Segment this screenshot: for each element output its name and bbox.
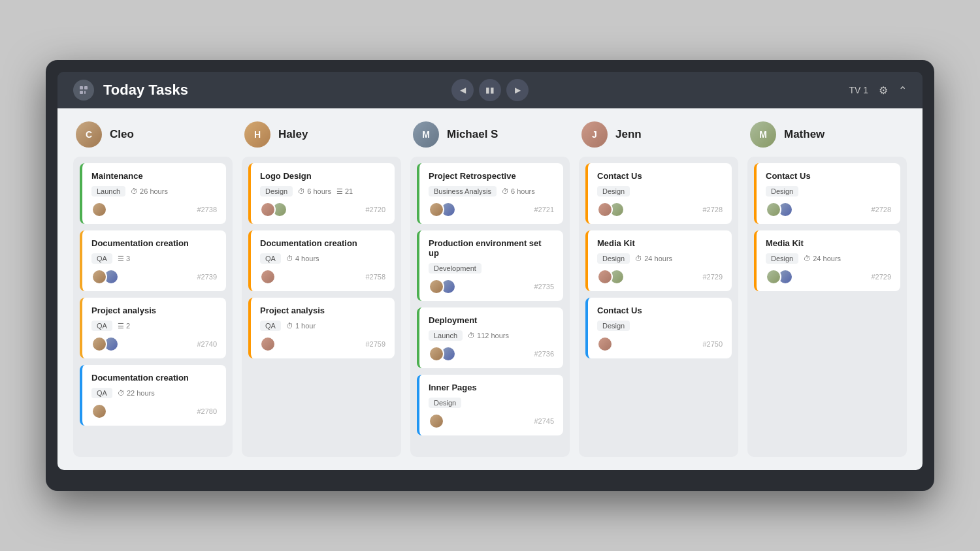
card-footer: #2740	[91, 336, 217, 352]
card-id: #2738	[197, 206, 217, 213]
card-avatars	[429, 413, 440, 429]
mini-avatar	[91, 336, 107, 352]
card-avatars	[260, 336, 272, 352]
card-tag: QA	[91, 253, 112, 264]
card-title: Media Kit	[766, 238, 891, 248]
card-title: Production environment set up	[429, 238, 554, 258]
next-button[interactable]: ▶	[506, 79, 529, 101]
card-title: Documentation creation	[91, 373, 217, 383]
card-title: Contact Us	[597, 171, 723, 181]
card-tag: QA	[91, 321, 112, 331]
column-header-jenn: JJenn	[579, 121, 738, 148]
task-card[interactable]: Documentation creationQA☰ 3#2739	[80, 230, 226, 291]
mini-avatar	[429, 279, 444, 294]
card-tag: Design	[766, 253, 798, 264]
mini-avatar	[597, 336, 613, 352]
task-card[interactable]: Contact UsDesign#2750	[585, 298, 732, 358]
card-footer: #2780	[91, 403, 217, 419]
mini-avatar	[260, 269, 276, 285]
card-avatars	[429, 346, 452, 362]
card-footer: #2738	[91, 202, 217, 217]
task-card[interactable]: Project analysisQA☰ 2#2740	[80, 298, 226, 358]
task-card[interactable]: Logo DesignDesign⏱ 6 hours☰ 21#2720	[248, 163, 395, 224]
card-tag: Business Analysis	[429, 186, 497, 197]
column-michael: MMichael SProject RetrospectiveBusiness …	[410, 121, 570, 457]
mini-avatar	[91, 202, 107, 217]
card-meta: Design	[597, 321, 723, 331]
card-footer: #2728	[766, 202, 891, 217]
task-card[interactable]: Documentation creationQA⏱ 22 hours#2780	[80, 365, 226, 426]
task-card[interactable]: DeploymentLaunch⏱ 112 hours#2736	[417, 307, 563, 368]
avatar-jenn: J	[581, 121, 608, 148]
mini-avatar	[91, 403, 107, 419]
svg-rect-2	[80, 91, 83, 94]
task-card[interactable]: Production environment set upDevelopment…	[417, 230, 563, 301]
card-meta: QA☰ 2	[91, 321, 217, 331]
card-hours: ⏱ 24 hours	[804, 255, 841, 262]
task-card[interactable]: Documentation creationQA⏱ 4 hours#2758	[248, 230, 395, 291]
card-avatars	[91, 403, 103, 419]
card-id: #2728	[702, 206, 723, 213]
column-header-mathew: MMathew	[747, 121, 907, 148]
column-cleo: CCleoMaintenanceLaunch⏱ 26 hours#2738Doc…	[73, 121, 233, 457]
task-card[interactable]: Contact UsDesign#2728	[585, 163, 732, 224]
card-meta: Design	[597, 186, 723, 197]
pause-button[interactable]: ▮▮	[479, 79, 501, 101]
card-count: ☰ 3	[118, 255, 130, 263]
card-title: Documentation creation	[260, 238, 385, 248]
card-id: #2735	[534, 283, 554, 291]
settings-icon[interactable]: ⚙	[879, 84, 888, 97]
card-id: #2729	[871, 273, 891, 281]
task-card[interactable]: Inner PagesDesign#2745	[417, 375, 563, 435]
card-footer: #2758	[260, 269, 385, 285]
screen: Today Tasks ◀ ▮▮ ▶ TV 1 ⚙ ⌃ CCleoMainten…	[57, 72, 923, 470]
mini-avatar	[260, 202, 276, 217]
cards-container-haley: Logo DesignDesign⏱ 6 hours☰ 21#2720Docum…	[242, 157, 401, 457]
card-hours: ⏱ 26 hours	[131, 187, 168, 195]
card-id: #2736	[534, 350, 554, 358]
prev-button[interactable]: ◀	[451, 79, 474, 101]
column-name-mathew: Mathew	[784, 128, 825, 141]
tv-label: TV 1	[849, 85, 868, 95]
column-haley: HHaleyLogo DesignDesign⏱ 6 hours☰ 21#272…	[242, 121, 401, 457]
card-hours: ⏱ 24 hours	[635, 255, 672, 262]
column-name-michael: Michael S	[447, 128, 498, 141]
avatar-michael: M	[413, 121, 439, 148]
card-avatars	[597, 202, 621, 217]
card-title: Maintenance	[91, 171, 217, 181]
cards-container-mathew: Contact UsDesign#2728Media KitDesign⏱ 24…	[747, 157, 907, 457]
card-footer: #2720	[260, 202, 385, 217]
card-meta: QA⏱ 22 hours	[91, 388, 217, 398]
card-tag: Design	[597, 253, 630, 264]
card-footer: #2729	[766, 269, 891, 285]
card-id: #2720	[365, 206, 385, 213]
task-card[interactable]: MaintenanceLaunch⏱ 26 hours#2738	[80, 163, 226, 224]
svg-rect-0	[80, 86, 83, 89]
task-card[interactable]: Project RetrospectiveBusiness Analysis⏱ …	[417, 163, 563, 224]
task-card[interactable]: Contact UsDesign#2728	[754, 163, 900, 224]
card-tag: QA	[91, 388, 112, 398]
card-meta: QA⏱ 1 hour	[260, 321, 385, 331]
column-name-cleo: Cleo	[110, 128, 134, 141]
card-id: #2721	[534, 206, 554, 213]
card-avatars	[429, 279, 452, 294]
card-title: Project analysis	[91, 306, 217, 315]
avatar-haley: H	[244, 121, 270, 148]
card-avatars	[260, 269, 272, 285]
card-title: Contact Us	[597, 306, 723, 315]
svg-rect-1	[84, 86, 88, 89]
monitor: Today Tasks ◀ ▮▮ ▶ TV 1 ⚙ ⌃ CCleoMainten…	[46, 60, 934, 491]
column-name-jenn: Jenn	[615, 128, 642, 141]
card-tag: Launch	[91, 186, 125, 197]
card-id: #2758	[365, 273, 385, 281]
task-card[interactable]: Media KitDesign⏱ 24 hours#2729	[754, 230, 900, 291]
collapse-icon[interactable]: ⌃	[898, 84, 907, 97]
card-tag: Design	[597, 321, 630, 331]
card-hours: ⏱ 6 hours	[298, 187, 331, 195]
task-card[interactable]: Media KitDesign⏱ 24 hours#2729	[585, 230, 732, 291]
columns-grid: CCleoMaintenanceLaunch⏱ 26 hours#2738Doc…	[73, 121, 907, 457]
column-name-haley: Haley	[278, 128, 308, 141]
task-card[interactable]: Project analysisQA⏱ 1 hour#2759	[248, 298, 395, 358]
card-avatars	[597, 336, 609, 352]
card-title: Project Retrospective	[429, 171, 554, 181]
